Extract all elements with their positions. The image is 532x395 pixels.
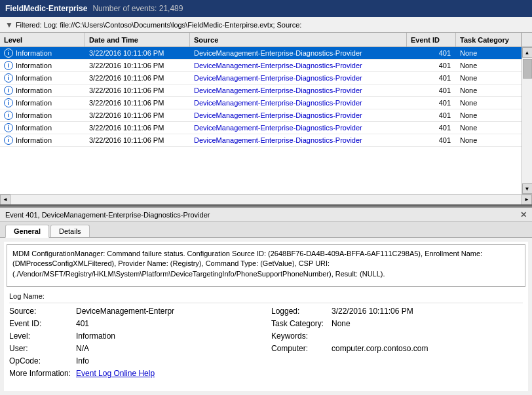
cell-level: iInformation — [0, 48, 85, 58]
left-field-item: Level:Information — [4, 331, 266, 341]
cell-taskcategory: None — [456, 98, 522, 107]
tab-details[interactable]: Details — [50, 225, 90, 237]
col-header-taskcategory[interactable]: Task Category — [456, 33, 522, 47]
cell-level: iInformation — [0, 98, 85, 108]
app-name: FieldMedic-Enterprise — [5, 4, 87, 13]
level-text: Information — [16, 86, 52, 94]
col-header-date[interactable]: Date and Time — [85, 33, 190, 47]
cell-taskcategory: None — [456, 73, 522, 83]
level-text: Information — [16, 49, 52, 57]
event-list-panel: Level Date and Time Source Event ID Task… — [0, 33, 532, 206]
cell-date: 3/22/2016 10:11:06 PM — [85, 136, 190, 145]
cell-eventid: 401 — [407, 86, 456, 95]
event-description: MDM ConfigurationManager: Command failur… — [7, 244, 525, 287]
h-scroll-track[interactable] — [10, 197, 522, 203]
info-icon: i — [4, 86, 13, 95]
left-field-item: OpCode:Info — [4, 356, 266, 366]
cell-date: 3/22/2016 10:11:06 PM — [85, 123, 190, 132]
cell-taskcategory: None — [456, 48, 522, 58]
detail-header: Event 401, DeviceManagement-Enterprise-D… — [0, 208, 532, 222]
cell-taskcategory: None — [456, 61, 522, 70]
scroll-up-arrow[interactable]: ▲ — [522, 47, 533, 58]
horizontal-scrollbar[interactable]: ◄ ► — [0, 194, 532, 204]
cell-date: 3/22/2016 10:11:06 PM — [85, 86, 190, 95]
cell-level: iInformation — [0, 135, 85, 145]
level-text: Information — [16, 111, 52, 119]
info-icon: i — [4, 136, 13, 145]
cell-taskcategory: None — [456, 136, 522, 145]
table-row[interactable]: iInformation3/22/2016 10:11:06 PMDeviceM… — [0, 109, 522, 122]
right-field-item: Logged:3/22/2016 10:11:06 PM — [266, 306, 528, 316]
col-header-eventid[interactable]: Event ID — [407, 33, 456, 47]
table-row[interactable]: iInformation3/22/2016 10:11:06 PMDeviceM… — [0, 47, 522, 60]
table-row[interactable]: iInformation3/22/2016 10:11:06 PMDeviceM… — [0, 97, 522, 109]
fields-container: Source:DeviceManagement-EnterprEvent ID:… — [4, 305, 528, 382]
cell-eventid: 401 — [407, 98, 456, 107]
vertical-scrollbar[interactable]: ▲ ▼ — [522, 47, 532, 194]
detail-title: Event 401, DeviceManagement-Enterprise-D… — [5, 211, 210, 219]
right-fields: Logged:3/22/2016 10:11:06 PMTask Categor… — [266, 306, 528, 381]
info-icon: i — [4, 61, 13, 70]
close-button[interactable]: ✕ — [520, 210, 527, 219]
info-icon: i — [4, 123, 13, 132]
scroll-left-arrow[interactable]: ◄ — [0, 195, 10, 205]
field-label: Logged: — [266, 306, 332, 316]
left-field-item: More Information:Event Log Online Help — [4, 368, 266, 379]
scroll-right-arrow[interactable]: ► — [522, 195, 532, 205]
col-header-level[interactable]: Level — [0, 33, 85, 47]
field-label: Source: — [4, 306, 76, 316]
cell-taskcategory: None — [456, 86, 522, 95]
field-value: None — [332, 318, 351, 329]
field-value: 3/22/2016 10:11:06 PM — [332, 306, 413, 316]
cell-level: iInformation — [0, 73, 85, 83]
col-header-source[interactable]: Source — [190, 33, 407, 47]
table-body-container: iInformation3/22/2016 10:11:06 PMDeviceM… — [0, 47, 532, 194]
filter-icon: ▼ — [5, 20, 13, 29]
cell-level: iInformation — [0, 85, 85, 96]
cell-taskcategory: None — [456, 123, 522, 132]
field-label: Level: — [4, 331, 76, 341]
table-row[interactable]: iInformation3/22/2016 10:11:06 PMDeviceM… — [0, 60, 522, 72]
cell-level: iInformation — [0, 60, 85, 71]
tab-general[interactable]: General — [5, 225, 49, 238]
field-value: Info — [76, 356, 89, 366]
info-icon: i — [4, 48, 13, 58]
cell-date: 3/22/2016 10:11:06 PM — [85, 98, 190, 107]
level-text: Information — [16, 62, 52, 69]
table-row[interactable]: iInformation3/22/2016 10:11:06 PMDeviceM… — [0, 134, 522, 147]
event-table-body: iInformation3/22/2016 10:11:06 PMDeviceM… — [0, 47, 522, 194]
tabs-container: General Details — [0, 222, 532, 238]
info-icon: i — [4, 73, 13, 83]
table-row[interactable]: iInformation3/22/2016 10:11:06 PMDeviceM… — [0, 122, 522, 134]
cell-source: DeviceManagement-Enterprise-Diagnostics-… — [190, 73, 407, 83]
cell-eventid: 401 — [407, 48, 456, 58]
right-field-item: Task Category:None — [266, 318, 528, 329]
cell-date: 3/22/2016 10:11:06 PM — [85, 48, 190, 58]
cell-eventid: 401 — [407, 73, 456, 83]
cell-source: DeviceManagement-Enterprise-Diagnostics-… — [190, 48, 407, 58]
filter-bar: ▼ Filtered: Log: file://C:\Users\Contoso… — [0, 17, 532, 33]
info-icon: i — [4, 98, 13, 107]
right-field-item: Keywords: — [266, 331, 528, 341]
cell-eventid: 401 — [407, 111, 456, 120]
table-header: Level Date and Time Source Event ID Task… — [0, 33, 532, 47]
field-label: Event ID: — [4, 318, 76, 329]
level-text: Information — [16, 74, 52, 82]
level-text: Information — [16, 124, 52, 132]
detail-content: MDM ConfigurationManager: Command failur… — [4, 242, 528, 391]
cell-date: 3/22/2016 10:11:06 PM — [85, 73, 190, 83]
cell-eventid: 401 — [407, 61, 456, 70]
field-value: 401 — [76, 318, 89, 329]
detail-panel: Event 401, DeviceManagement-Enterprise-D… — [0, 206, 532, 395]
table-row[interactable]: iInformation3/22/2016 10:11:06 PMDeviceM… — [0, 85, 522, 97]
left-fields: Source:DeviceManagement-EnterprEvent ID:… — [4, 306, 266, 381]
field-value: N/A — [76, 343, 89, 354]
scroll-thumb[interactable] — [523, 59, 532, 79]
field-link[interactable]: Event Log Online Help — [76, 368, 155, 379]
table-row[interactable]: iInformation3/22/2016 10:11:06 PMDeviceM… — [0, 72, 522, 85]
log-name-label: Log Name: — [9, 292, 75, 300]
scroll-down-arrow[interactable]: ▼ — [522, 183, 533, 194]
field-label: Task Category: — [266, 318, 332, 329]
field-value: computer.corp.contoso.com — [332, 343, 428, 354]
left-field-item: Event ID:401 — [4, 318, 266, 329]
